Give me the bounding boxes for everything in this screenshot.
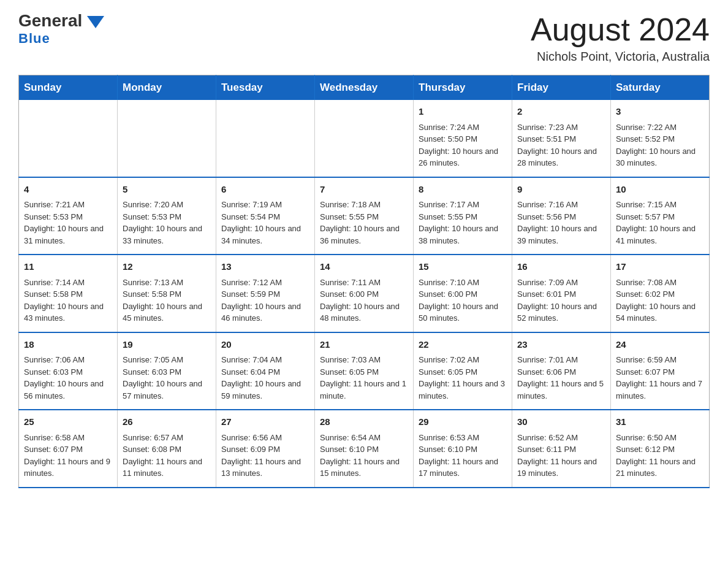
calendar-week-4: 18Sunrise: 7:06 AM Sunset: 6:03 PM Dayli… — [19, 332, 710, 410]
calendar-week-1: 1Sunrise: 7:24 AM Sunset: 5:50 PM Daylig… — [19, 100, 710, 177]
day-number: 12 — [123, 260, 211, 274]
calendar-header-saturday: Saturday — [611, 75, 710, 101]
day-number: 25 — [24, 415, 112, 429]
day-info: Sunrise: 6:52 AM Sunset: 6:11 PM Dayligh… — [517, 432, 605, 480]
calendar-cell: 16Sunrise: 7:09 AM Sunset: 6:01 PM Dayli… — [512, 255, 611, 332]
day-info: Sunrise: 7:20 AM Sunset: 5:53 PM Dayligh… — [123, 199, 211, 247]
calendar-cell — [216, 100, 315, 177]
calendar-cell: 29Sunrise: 6:53 AM Sunset: 6:10 PM Dayli… — [414, 410, 512, 488]
calendar-week-5: 25Sunrise: 6:58 AM Sunset: 6:07 PM Dayli… — [19, 410, 710, 488]
day-number: 1 — [419, 105, 507, 119]
day-number: 30 — [517, 415, 605, 429]
calendar-table: SundayMondayTuesdayWednesdayThursdayFrid… — [18, 75, 710, 488]
calendar-header-row: SundayMondayTuesdayWednesdayThursdayFrid… — [19, 75, 710, 101]
calendar-cell: 10Sunrise: 7:15 AM Sunset: 5:57 PM Dayli… — [611, 177, 710, 255]
month-title: August 2024 — [531, 12, 710, 47]
day-number: 28 — [320, 415, 408, 429]
day-number: 2 — [517, 105, 605, 119]
day-info: Sunrise: 7:01 AM Sunset: 6:06 PM Dayligh… — [517, 354, 605, 402]
day-info: Sunrise: 7:24 AM Sunset: 5:50 PM Dayligh… — [419, 121, 507, 169]
day-number: 17 — [616, 260, 704, 274]
day-info: Sunrise: 6:59 AM Sunset: 6:07 PM Dayligh… — [616, 354, 704, 402]
calendar-cell: 2Sunrise: 7:23 AM Sunset: 5:51 PM Daylig… — [512, 100, 611, 177]
calendar-week-2: 4Sunrise: 7:21 AM Sunset: 5:53 PM Daylig… — [19, 177, 710, 255]
calendar-cell: 1Sunrise: 7:24 AM Sunset: 5:50 PM Daylig… — [414, 100, 512, 177]
svg-marker-0 — [87, 16, 104, 28]
day-info: Sunrise: 7:02 AM Sunset: 6:05 PM Dayligh… — [419, 354, 507, 402]
day-info: Sunrise: 6:58 AM Sunset: 6:07 PM Dayligh… — [24, 432, 112, 480]
day-info: Sunrise: 7:05 AM Sunset: 6:03 PM Dayligh… — [123, 354, 211, 402]
calendar-cell: 31Sunrise: 6:50 AM Sunset: 6:12 PM Dayli… — [611, 410, 710, 488]
day-info: Sunrise: 7:09 AM Sunset: 6:01 PM Dayligh… — [517, 277, 605, 324]
day-number: 9 — [517, 183, 605, 197]
day-number: 4 — [24, 183, 112, 197]
calendar-cell: 8Sunrise: 7:17 AM Sunset: 5:55 PM Daylig… — [414, 177, 512, 255]
calendar-week-3: 11Sunrise: 7:14 AM Sunset: 5:58 PM Dayli… — [19, 255, 710, 332]
calendar-header-wednesday: Wednesday — [315, 75, 414, 101]
day-info: Sunrise: 7:04 AM Sunset: 6:04 PM Dayligh… — [221, 354, 309, 402]
calendar-cell: 27Sunrise: 6:56 AM Sunset: 6:09 PM Dayli… — [216, 410, 315, 488]
day-number: 6 — [221, 183, 309, 197]
day-info: Sunrise: 6:50 AM Sunset: 6:12 PM Dayligh… — [616, 432, 704, 480]
calendar-cell: 5Sunrise: 7:20 AM Sunset: 5:53 PM Daylig… — [118, 177, 216, 255]
calendar-cell: 18Sunrise: 7:06 AM Sunset: 6:03 PM Dayli… — [19, 332, 118, 410]
calendar-cell: 14Sunrise: 7:11 AM Sunset: 6:00 PM Dayli… — [315, 255, 414, 332]
day-info: Sunrise: 7:17 AM Sunset: 5:55 PM Dayligh… — [419, 199, 507, 247]
calendar-cell: 30Sunrise: 6:52 AM Sunset: 6:11 PM Dayli… — [512, 410, 611, 488]
day-number: 23 — [517, 338, 605, 352]
calendar-cell — [315, 100, 414, 177]
calendar-cell: 19Sunrise: 7:05 AM Sunset: 6:03 PM Dayli… — [118, 332, 216, 410]
calendar-cell: 13Sunrise: 7:12 AM Sunset: 5:59 PM Dayli… — [216, 255, 315, 332]
day-number: 13 — [221, 260, 309, 274]
calendar-header-thursday: Thursday — [414, 75, 512, 101]
day-number: 24 — [616, 338, 704, 352]
day-number: 18 — [24, 338, 112, 352]
day-info: Sunrise: 7:10 AM Sunset: 6:00 PM Dayligh… — [419, 277, 507, 324]
day-info: Sunrise: 7:22 AM Sunset: 5:52 PM Dayligh… — [616, 121, 704, 169]
logo-blue: Blue — [18, 31, 50, 47]
day-info: Sunrise: 7:23 AM Sunset: 5:51 PM Dayligh… — [517, 121, 605, 169]
logo: General Blue — [18, 12, 104, 47]
day-info: Sunrise: 7:18 AM Sunset: 5:55 PM Dayligh… — [320, 199, 408, 247]
calendar-cell: 26Sunrise: 6:57 AM Sunset: 6:08 PM Dayli… — [118, 410, 216, 488]
calendar-header-tuesday: Tuesday — [216, 75, 315, 101]
day-info: Sunrise: 7:11 AM Sunset: 6:00 PM Dayligh… — [320, 277, 408, 324]
title-section: August 2024 Nichols Point, Victoria, Aus… — [531, 12, 710, 64]
day-info: Sunrise: 6:56 AM Sunset: 6:09 PM Dayligh… — [221, 432, 309, 480]
calendar-cell: 7Sunrise: 7:18 AM Sunset: 5:55 PM Daylig… — [315, 177, 414, 255]
day-info: Sunrise: 7:19 AM Sunset: 5:54 PM Dayligh… — [221, 199, 309, 247]
day-info: Sunrise: 7:03 AM Sunset: 6:05 PM Dayligh… — [320, 354, 408, 402]
day-info: Sunrise: 7:08 AM Sunset: 6:02 PM Dayligh… — [616, 277, 704, 324]
day-info: Sunrise: 7:14 AM Sunset: 5:58 PM Dayligh… — [24, 277, 112, 324]
calendar-header-friday: Friday — [512, 75, 611, 101]
day-number: 15 — [419, 260, 507, 274]
day-number: 16 — [517, 260, 605, 274]
day-number: 31 — [616, 415, 704, 429]
calendar-cell: 15Sunrise: 7:10 AM Sunset: 6:00 PM Dayli… — [414, 255, 512, 332]
day-number: 14 — [320, 260, 408, 274]
calendar-cell: 23Sunrise: 7:01 AM Sunset: 6:06 PM Dayli… — [512, 332, 611, 410]
day-number: 20 — [221, 338, 309, 352]
calendar-cell: 24Sunrise: 6:59 AM Sunset: 6:07 PM Dayli… — [611, 332, 710, 410]
day-info: Sunrise: 6:57 AM Sunset: 6:08 PM Dayligh… — [123, 432, 211, 480]
day-number: 22 — [419, 338, 507, 352]
calendar-cell: 4Sunrise: 7:21 AM Sunset: 5:53 PM Daylig… — [19, 177, 118, 255]
calendar-cell — [118, 100, 216, 177]
day-number: 19 — [123, 338, 211, 352]
logo-general: General — [18, 12, 104, 29]
calendar-header-sunday: Sunday — [19, 75, 118, 101]
day-number: 27 — [221, 415, 309, 429]
calendar-cell: 3Sunrise: 7:22 AM Sunset: 5:52 PM Daylig… — [611, 100, 710, 177]
calendar-cell: 17Sunrise: 7:08 AM Sunset: 6:02 PM Dayli… — [611, 255, 710, 332]
day-number: 8 — [419, 183, 507, 197]
day-number: 29 — [419, 415, 507, 429]
calendar-cell: 22Sunrise: 7:02 AM Sunset: 6:05 PM Dayli… — [414, 332, 512, 410]
calendar-cell: 25Sunrise: 6:58 AM Sunset: 6:07 PM Dayli… — [19, 410, 118, 488]
page-header: General Blue August 2024 Nichols Point, … — [18, 12, 710, 64]
day-info: Sunrise: 7:13 AM Sunset: 5:58 PM Dayligh… — [123, 277, 211, 324]
day-info: Sunrise: 7:21 AM Sunset: 5:53 PM Dayligh… — [24, 199, 112, 247]
calendar-header-monday: Monday — [118, 75, 216, 101]
calendar-cell: 21Sunrise: 7:03 AM Sunset: 6:05 PM Dayli… — [315, 332, 414, 410]
calendar-cell: 9Sunrise: 7:16 AM Sunset: 5:56 PM Daylig… — [512, 177, 611, 255]
day-info: Sunrise: 6:53 AM Sunset: 6:10 PM Dayligh… — [419, 432, 507, 480]
